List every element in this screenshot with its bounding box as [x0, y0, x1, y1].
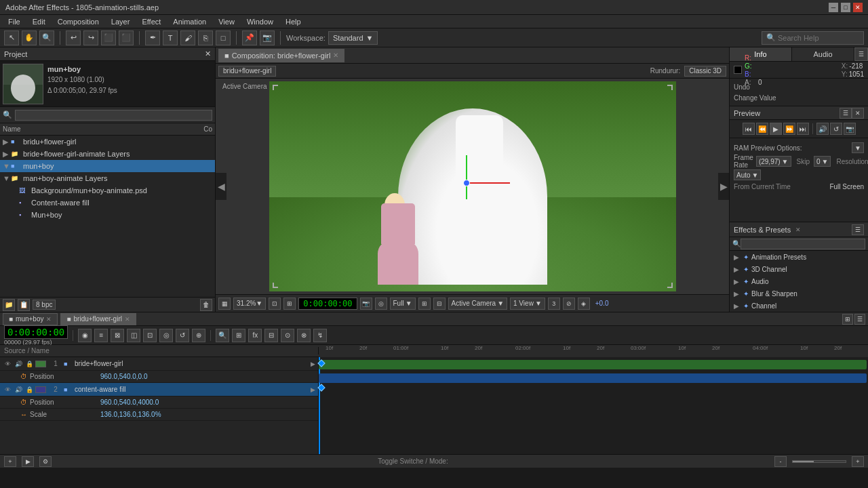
toolbar-render[interactable]: ⬛: [101, 30, 116, 45]
fit-comp-btn[interactable]: ⊡: [269, 298, 281, 310]
search-help-input[interactable]: [778, 34, 859, 42]
search-help-box[interactable]: 🔍: [762, 31, 864, 45]
tl-btn8[interactable]: ⊕: [192, 329, 205, 342]
effects-search-input[interactable]: [741, 239, 865, 249]
toolbar-select[interactable]: ↖: [4, 30, 19, 45]
vis-toggle-1[interactable]: 👁: [3, 359, 12, 369]
toolbar-shape[interactable]: □: [216, 30, 231, 45]
effects-item-channel[interactable]: ▶ ✦ Channel: [730, 300, 868, 312]
tl-btn13[interactable]: ⊙: [281, 329, 294, 342]
next-frame[interactable]: ⏩: [783, 123, 795, 135]
skip-to-start[interactable]: ⏮: [743, 123, 755, 135]
zoom-display[interactable]: 31.2% ▼: [233, 298, 266, 310]
tab-close-2[interactable]: ✕: [125, 316, 130, 323]
full-screen-toggle[interactable]: Full Screen: [829, 183, 864, 190]
menu-view[interactable]: View: [213, 16, 240, 27]
zoom-in-btn[interactable]: +: [852, 456, 864, 467]
skip-dropdown[interactable]: 0 ▼: [814, 156, 831, 167]
timeline-timecode[interactable]: 0:00:00:00: [4, 325, 68, 339]
menu-help[interactable]: Help: [280, 16, 307, 27]
show-snapshot-btn[interactable]: ◎: [375, 298, 387, 310]
effects-item-animation[interactable]: ▶ ✦ Animation Presets: [730, 251, 868, 263]
tl-btn4[interactable]: ◫: [127, 329, 140, 342]
frame-rate-dropdown[interactable]: (29,97) ▼: [756, 156, 791, 167]
tl-layer-1[interactable]: 👁 🔊 🔒 1 ■ bride+flower-girl ▶: [0, 357, 318, 371]
tl-btn10[interactable]: ⊞: [232, 329, 245, 342]
zoom-out-btn[interactable]: -: [774, 456, 787, 467]
settings-status-btn[interactable]: ⚙: [39, 456, 52, 467]
tree-item-munboy-animate[interactable]: ▼ 📁 man+boy-animate Layers: [0, 172, 215, 184]
timecode-display[interactable]: 0:00:00:00: [298, 298, 357, 310]
timeline-menu-btn[interactable]: ☰: [854, 314, 865, 325]
zoom-slider[interactable]: [792, 460, 846, 463]
project-close-button[interactable]: ✕: [205, 49, 211, 58]
tree-item-munboy-layer[interactable]: ▪ Mun+boy: [0, 209, 215, 221]
maximize-button[interactable]: □: [841, 3, 850, 12]
comp-tab-main[interactable]: ■ Composition: bride+flower-girl ✕: [218, 49, 344, 62]
menu-edit[interactable]: Edit: [27, 16, 51, 27]
lock-toggle-2[interactable]: 🔒: [24, 385, 34, 394]
tl-btn3[interactable]: ⊠: [111, 329, 124, 342]
toolbar-render2[interactable]: ⬛: [119, 30, 134, 45]
toolbar-text[interactable]: T: [163, 30, 178, 45]
toolbar-redo[interactable]: ↪: [83, 30, 98, 45]
minimize-button[interactable]: ─: [829, 3, 838, 12]
tree-item-bg-psd[interactable]: 🖼 Background/mun+boy-animate.psd: [0, 184, 215, 197]
effects-item-audio[interactable]: ▶ ✦ Audio: [730, 275, 868, 287]
viewer-grid-btn[interactable]: ▦: [218, 298, 231, 310]
toolbar-clone[interactable]: ⎘: [198, 30, 213, 45]
toolbar-undo[interactable]: ↩: [66, 30, 81, 45]
menu-composition[interactable]: Composition: [52, 16, 104, 27]
workspace-dropdown[interactable]: Standard ▼: [328, 31, 378, 45]
play-pause[interactable]: ▶: [770, 123, 782, 135]
grid-btn[interactable]: ⊞: [418, 298, 431, 310]
resolution-dropdown[interactable]: Auto ▼: [734, 169, 761, 180]
inner-tab-bride[interactable]: bridu+flower-girl: [218, 66, 276, 77]
menu-layer[interactable]: Layer: [106, 16, 136, 27]
tl-btn12[interactable]: ⊟: [264, 329, 278, 342]
viewer-nav-left[interactable]: ◀: [216, 173, 226, 200]
snapshot-btn[interactable]: 📷: [360, 298, 372, 310]
tree-item-content-aware[interactable]: ▪ Content-aware fill: [0, 197, 215, 209]
menu-effect[interactable]: Effect: [136, 16, 166, 27]
toolbar-brush[interactable]: 🖌: [180, 30, 195, 45]
menu-file[interactable]: File: [3, 16, 26, 27]
audio-toggle-1[interactable]: 🔊: [14, 359, 23, 369]
effects-close-btn[interactable]: ✕: [793, 225, 803, 235]
tl-btn11[interactable]: fx: [248, 329, 262, 342]
lock-toggle-1[interactable]: 🔒: [24, 359, 34, 369]
new-folder-button[interactable]: 📁: [3, 299, 15, 311]
toolbar-hand[interactable]: ✋: [22, 30, 37, 45]
tl-btn9[interactable]: 🔍: [216, 329, 229, 342]
tl-layer-2[interactable]: 👁 🔊 🔒 2 ■ content-aware fill ▶: [0, 383, 318, 396]
tree-item-munboy[interactable]: ▼ ■ mun+boy: [0, 160, 215, 172]
toolbar-pen[interactable]: ✒: [145, 30, 160, 45]
tl-btn7[interactable]: ↺: [176, 329, 189, 342]
expand-arrow-1[interactable]: ▶: [311, 361, 315, 367]
menu-window[interactable]: Window: [241, 16, 279, 27]
tl-btn15[interactable]: ↯: [313, 329, 327, 342]
timeline-tab-munboy[interactable]: ■ mun+boy ✕: [3, 313, 58, 325]
draft-btn[interactable]: ◈: [578, 298, 590, 310]
tl-btn14[interactable]: ⊗: [297, 329, 311, 342]
loop-btn[interactable]: ↺: [830, 123, 842, 135]
effects-item-blur[interactable]: ▶ ✦ Blur & Sharpen: [730, 287, 868, 300]
skip-to-end[interactable]: ⏭: [797, 123, 809, 135]
view-count-dropdown[interactable]: 1 View ▼: [510, 298, 545, 310]
comp-tab-close[interactable]: ✕: [333, 52, 338, 59]
tree-item-bride-animate[interactable]: ▶ 📁 bride+flower-girl-animate Layers: [0, 148, 215, 160]
audio-btn[interactable]: 🔊: [816, 123, 829, 135]
3d-btn[interactable]: 3: [548, 298, 560, 310]
tab-close-1[interactable]: ✕: [46, 316, 52, 323]
audio-toggle-2[interactable]: 🔊: [14, 385, 23, 394]
camera-view-dropdown[interactable]: Active Camera ▼: [448, 298, 507, 310]
new-comp-button[interactable]: 📋: [18, 299, 30, 311]
comp-btn[interactable]: ≡: [94, 329, 108, 342]
tl-btn5[interactable]: ⊡: [143, 329, 157, 342]
toggle-btn[interactable]: ⊟: [433, 298, 446, 310]
preview-panel-close[interactable]: ✕: [852, 108, 864, 119]
render-status-btn[interactable]: ▶: [22, 456, 34, 467]
timeline-tab-bride[interactable]: ■ bridu+flower-girl ✕: [60, 313, 136, 325]
effects-menu-btn[interactable]: ☰: [852, 224, 864, 235]
vis-toggle-2[interactable]: 👁: [3, 385, 12, 394]
